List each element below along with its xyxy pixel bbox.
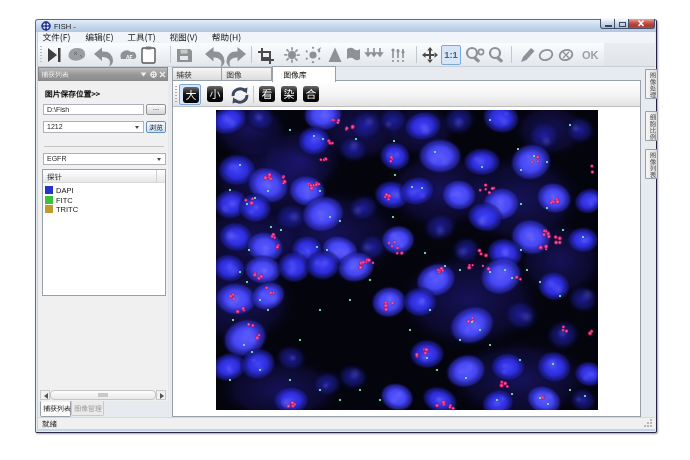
svg-text:AF: AF: [126, 54, 133, 60]
svg-text:OK: OK: [582, 49, 599, 61]
